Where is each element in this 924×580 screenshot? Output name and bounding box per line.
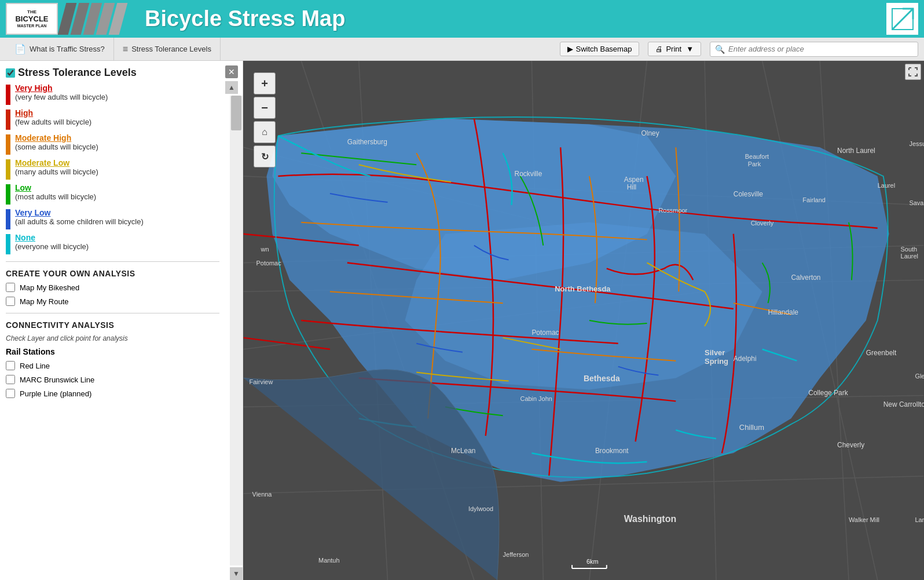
- scroll-up-btn[interactable]: ▲: [225, 81, 238, 94]
- svg-text:Cloverly: Cloverly: [751, 220, 774, 227]
- svg-text:Rockville: Rockville: [515, 170, 542, 178]
- level-low: Low: [15, 183, 96, 192]
- level-mod-high: Moderate High: [15, 133, 98, 143]
- map-controls: + − ⌂ ↻: [254, 72, 276, 167]
- zoom-out-btn[interactable]: −: [254, 97, 276, 119]
- svg-text:Chillum: Chillum: [739, 423, 764, 432]
- legend-bar-l: [6, 184, 10, 205]
- desc-mod-high: (some adults will bicycle): [15, 143, 98, 151]
- legend-item-very-low: Very Low (all adults & some children wil…: [6, 208, 219, 229]
- svg-text:Fairland: Fairland: [802, 196, 826, 203]
- header-icon: [886, 3, 918, 35]
- traffic-stress-btn[interactable]: 📄 What is Traffic Stress?: [6, 38, 114, 61]
- svg-text:Mantuh: Mantuh: [318, 557, 339, 564]
- legend-item-high: High (few adults will bicycle): [6, 108, 219, 130]
- rail-purple-checkbox[interactable]: [6, 389, 15, 398]
- svg-text:Adelphi: Adelphi: [734, 355, 757, 363]
- legend-item-none: None (everyone will bicycle): [6, 233, 219, 254]
- print-btn[interactable]: 🖨 Print ▼: [648, 42, 701, 56]
- map-canvas: Gaithersburg Olney Beaufort Park North L…: [243, 61, 924, 580]
- svg-text:Idylwood: Idylwood: [468, 505, 493, 512]
- map-route-item: Map My Route: [6, 297, 219, 306]
- svg-text:College Park: College Park: [808, 389, 848, 397]
- svg-text:Greenbelt: Greenbelt: [866, 349, 897, 357]
- desc-mod-low: (many adults will bicycle): [15, 167, 98, 176]
- svg-text:Vienna: Vienna: [252, 491, 273, 498]
- switch-basemap-btn[interactable]: ▶ Switch Basemap: [560, 42, 640, 56]
- desc-high: (few adults will bicycle): [15, 118, 91, 126]
- app-title: Bicycle Stress Map: [145, 6, 886, 31]
- svg-text:South: South: [901, 246, 918, 253]
- divider-1: [6, 261, 219, 262]
- svg-text:Silver: Silver: [705, 348, 725, 357]
- rail-title: Rail Stations: [6, 347, 219, 356]
- logo-line1: THE: [27, 9, 36, 15]
- desc-none: (everyone will bicycle): [15, 242, 89, 251]
- svg-text:Cabin John: Cabin John: [520, 395, 552, 402]
- main-content: ✕ ▲ ▼ Stress Tolerance Levels Very High …: [0, 61, 924, 580]
- legend-bar-h: [6, 110, 10, 130]
- scroll-down-btn[interactable]: ▼: [230, 567, 243, 580]
- legend-bar-vh: [6, 85, 10, 105]
- rail-marc-checkbox[interactable]: [6, 375, 15, 384]
- svg-text:Laurel: Laurel: [901, 253, 918, 260]
- scrollbar-track: [230, 96, 243, 566]
- map-bikeshed-label: Map My Bikeshed: [20, 283, 79, 292]
- tolerance-levels-btn[interactable]: ≡ Stress Tolerance Levels: [114, 38, 221, 61]
- rail-red-line-label: Red Line: [20, 362, 50, 370]
- svg-text:Olney: Olney: [641, 129, 659, 137]
- legend-title: Stress Tolerance Levels: [6, 67, 219, 79]
- print-label: Print: [666, 45, 681, 53]
- rail-marc-brunswick: MARC Brunswick Line: [6, 375, 219, 384]
- connectivity-desc: Check Layer and click point for analysis: [6, 334, 219, 342]
- legend-bar-n: [6, 234, 10, 254]
- svg-text:Calverton: Calverton: [791, 273, 820, 282]
- svg-text:Largo: Largo: [915, 516, 924, 523]
- tolerance-levels-label: Stress Tolerance Levels: [131, 45, 211, 53]
- desc-low: (most adults will bicycle): [15, 192, 96, 201]
- desc-very-low: (all adults & some children will bicycle…: [15, 217, 144, 226]
- header: THE BICYCLE MASTER PLAN Bicycle Stress M…: [0, 0, 924, 38]
- map-bikeshed-item: Map My Bikeshed: [6, 283, 219, 292]
- svg-text:North Bethesda: North Bethesda: [555, 284, 611, 293]
- svg-text:New Carrollton: New Carrollton: [883, 400, 924, 408]
- connectivity-title: CONNECTIVITY ANALYSIS: [6, 320, 219, 330]
- svg-text:Laurel: Laurel: [878, 182, 895, 189]
- search-input[interactable]: [728, 45, 913, 53]
- rail-red-line-checkbox[interactable]: [6, 361, 15, 370]
- svg-text:Walker Mill: Walker Mill: [849, 516, 879, 523]
- svg-text:Hillandale: Hillandale: [768, 308, 799, 316]
- home-btn[interactable]: ⌂: [254, 121, 276, 143]
- svg-text:Park: Park: [748, 160, 761, 167]
- level-none: None: [15, 233, 89, 242]
- legend-checkbox[interactable]: [6, 68, 15, 78]
- logo-box: THE BICYCLE MASTER PLAN: [6, 3, 58, 35]
- level-mod-low: Moderate Low: [15, 158, 98, 167]
- search-icon: 🔍: [715, 45, 725, 54]
- divider-2: [6, 313, 219, 313]
- expand-map-btn[interactable]: [905, 64, 921, 80]
- svg-text:Gaithersburg: Gaithersburg: [347, 138, 387, 146]
- svg-text:Aspen: Aspen: [624, 176, 644, 184]
- create-analysis-title: CREATE YOUR OWN ANALYSIS: [6, 269, 219, 278]
- compass-btn[interactable]: ↻: [254, 145, 276, 167]
- level-high: High: [15, 108, 91, 118]
- rail-purple-label: Purple Line (planned): [20, 389, 91, 398]
- map-route-checkbox[interactable]: [6, 297, 15, 306]
- list-icon: ≡: [123, 44, 128, 54]
- printer-icon: 🖨: [655, 45, 663, 53]
- zoom-in-btn[interactable]: +: [254, 72, 276, 94]
- svg-text:Hill: Hill: [627, 183, 637, 191]
- switch-basemap-label: Switch Basemap: [576, 45, 632, 53]
- legend-item-low: Low (most adults will bicycle): [6, 183, 219, 205]
- print-dropdown-icon: ▼: [686, 45, 694, 53]
- info-icon: 📄: [14, 43, 26, 54]
- svg-text:Potomac: Potomac: [256, 260, 282, 267]
- svg-text:Beaufort: Beaufort: [745, 153, 769, 160]
- map-bikeshed-checkbox[interactable]: [6, 283, 15, 292]
- svg-text:Brookmont: Brookmont: [595, 447, 629, 455]
- close-sidebar-btn[interactable]: ✕: [225, 65, 238, 78]
- map-area[interactable]: Gaithersburg Olney Beaufort Park North L…: [243, 61, 924, 580]
- svg-text:6km: 6km: [586, 558, 599, 565]
- search-box[interactable]: 🔍: [710, 42, 918, 57]
